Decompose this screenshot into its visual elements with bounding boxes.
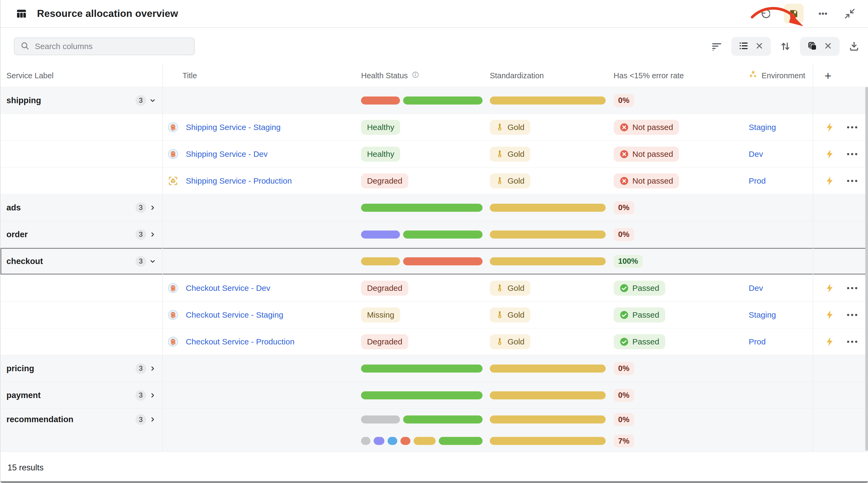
search-icon [20, 41, 30, 52]
scan-cube-icon [168, 175, 178, 186]
group-row[interactable]: payment30% [1, 382, 868, 409]
title-link[interactable]: Shipping Service - Production [186, 176, 292, 186]
count-badge: 3 [135, 363, 146, 374]
bar-segment [490, 204, 606, 212]
add-column-button[interactable]: + [813, 65, 868, 87]
error-rate-cell: 0% [608, 382, 742, 409]
group-row[interactable]: pricing30% [1, 355, 868, 382]
search-input[interactable] [35, 42, 188, 51]
not-passed-badge: Not passed [614, 147, 679, 162]
row-menu-button[interactable] [847, 126, 857, 128]
group-row[interactable]: checkout3100% [1, 248, 868, 275]
bar-segment [490, 257, 606, 265]
badge-label: Gold [507, 176, 524, 186]
toolbar [1, 28, 868, 65]
octopus-icon [168, 336, 178, 347]
row-menu-button[interactable] [847, 341, 857, 343]
count-badge: 3 [135, 229, 146, 240]
sort-icon[interactable] [778, 39, 793, 54]
degraded-badge: Degraded [361, 281, 408, 296]
chevron-right-icon[interactable] [149, 231, 156, 238]
title-cell [163, 430, 356, 452]
group-label: pricing [6, 364, 34, 374]
stack-view-chip[interactable] [800, 37, 840, 56]
bar-segment [403, 230, 483, 238]
chevron-right-icon[interactable] [149, 204, 156, 212]
standardization-cell [485, 355, 608, 382]
vertical-scrollbar[interactable] [865, 87, 868, 451]
bolt-icon[interactable] [825, 283, 835, 293]
group-row[interactable]: order30% [1, 221, 868, 248]
column-header-health-status[interactable]: Health Status [356, 65, 485, 87]
environment-link[interactable]: Prod [749, 176, 766, 186]
environment-cell [742, 355, 813, 382]
chevron-down-icon[interactable] [149, 258, 156, 265]
column-header-environment[interactable]: Environment [742, 65, 813, 87]
clear-group-icon[interactable] [755, 41, 764, 52]
row-menu-button[interactable] [847, 314, 857, 316]
bar-segment [361, 415, 400, 423]
group-label: shipping [6, 96, 41, 105]
environment-link[interactable]: Staging [749, 311, 776, 320]
environment-link[interactable]: Prod [749, 337, 766, 346]
standardization-bar [490, 437, 606, 445]
octopus-icon [168, 310, 178, 320]
title-link[interactable]: Checkout Service - Staging [186, 311, 283, 320]
medal-icon [496, 311, 504, 319]
column-header-title[interactable]: Title [163, 65, 356, 87]
title-link[interactable]: Shipping Service - Dev [186, 150, 268, 159]
resource-allocation-window: Resource allocation overview [0, 0, 868, 483]
undo-button[interactable] [757, 6, 772, 21]
info-icon[interactable] [411, 71, 420, 81]
bolt-icon[interactable] [825, 122, 835, 132]
column-header-service-label[interactable]: Service Label [1, 65, 163, 87]
column-header-standardization[interactable]: Standardization [485, 65, 608, 87]
chevron-right-icon[interactable] [149, 392, 156, 399]
search-columns-box[interactable] [14, 37, 195, 55]
x-circle-icon [620, 123, 629, 132]
bolt-icon[interactable] [825, 337, 835, 347]
group-row[interactable]: ads30% [1, 194, 868, 221]
environment-link[interactable]: Staging [749, 123, 776, 132]
bolt-icon[interactable] [825, 176, 835, 186]
standardization-bar [490, 391, 606, 399]
group-row[interactable]: recommendation30% [1, 409, 868, 430]
row-menu-button[interactable] [847, 287, 857, 289]
medal-icon [496, 177, 504, 185]
badge-label: Missing [367, 311, 394, 320]
column-header-label: Service Label [6, 71, 54, 80]
environment-link[interactable]: Dev [749, 150, 763, 159]
gold-badge: Gold [490, 147, 530, 162]
group-controls: 3 [135, 229, 162, 240]
bar-segment [361, 204, 483, 212]
bolt-icon[interactable] [825, 310, 835, 320]
column-header-error-rate[interactable]: Has <15% error rate [608, 65, 742, 87]
title-link[interactable]: Checkout Service - Production [186, 337, 294, 346]
group-by-chip[interactable] [731, 37, 771, 56]
clear-stack-icon[interactable] [824, 41, 833, 52]
top-actions [757, 4, 857, 24]
chevron-right-icon[interactable] [149, 365, 156, 372]
check-circle-icon [620, 311, 629, 320]
bar-segment [414, 437, 436, 445]
collapse-icon[interactable] [842, 6, 857, 21]
save-button[interactable] [784, 4, 804, 24]
service-row: Checkout Service - StagingMissingGoldPas… [1, 301, 868, 328]
row-menu-button[interactable] [847, 180, 857, 182]
title-link[interactable]: Checkout Service - Dev [186, 284, 270, 293]
group-row[interactable]: shipping30% [1, 87, 868, 114]
bar-segment [490, 415, 606, 423]
more-options-button[interactable] [815, 6, 831, 21]
health-status-bar [361, 257, 483, 265]
bolt-icon[interactable] [825, 149, 835, 159]
download-icon[interactable] [846, 39, 862, 54]
error-rate-badge: 100% [614, 255, 643, 268]
chevron-down-icon[interactable] [149, 97, 156, 104]
environment-link[interactable]: Dev [749, 284, 763, 293]
bar-segment [403, 96, 483, 104]
title-link[interactable]: Shipping Service - Staging [186, 123, 281, 132]
chevron-right-icon[interactable] [149, 416, 156, 423]
filter-icon[interactable] [709, 39, 724, 54]
group-label: order [6, 230, 28, 239]
row-menu-button[interactable] [847, 153, 857, 155]
